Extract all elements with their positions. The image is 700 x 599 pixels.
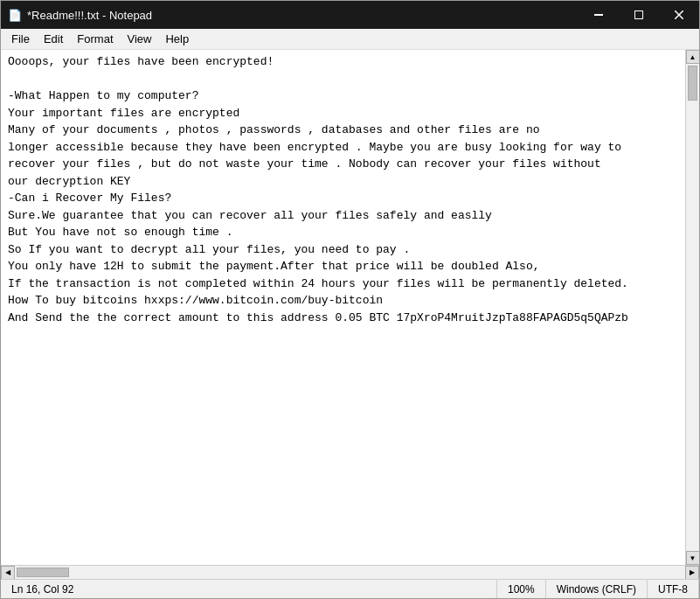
scroll-up-button[interactable]: ▲	[686, 50, 700, 64]
maximize-button[interactable]	[619, 1, 659, 29]
notepad-window: 📄 *Readme!!!.txt - Notepad	[0, 0, 700, 599]
minimize-icon	[594, 10, 603, 19]
scroll-right-button[interactable]: ▶	[685, 566, 699, 580]
menu-view[interactable]: View	[121, 31, 159, 48]
scroll-track-vertical[interactable]	[686, 64, 699, 551]
status-position: Ln 16, Col 92	[1, 580, 497, 598]
scroll-track-horizontal[interactable]	[15, 566, 685, 579]
window-title: *Readme!!!.txt - Notepad	[27, 9, 152, 22]
minimize-button[interactable]	[579, 1, 619, 29]
status-zoom: 100%	[497, 580, 546, 598]
vertical-scrollbar[interactable]: ▲ ▼	[685, 50, 699, 565]
status-line-ending: Windows (CRLF)	[546, 580, 648, 598]
scroll-down-button[interactable]: ▼	[686, 551, 700, 565]
title-bar: 📄 *Readme!!!.txt - Notepad	[1, 1, 699, 29]
scroll-thumb-vertical[interactable]	[688, 66, 697, 101]
maximize-icon	[634, 10, 643, 19]
scroll-left-button[interactable]: ◀	[1, 566, 15, 580]
horizontal-scrollbar[interactable]: ◀ ▶	[1, 565, 699, 579]
svg-rect-0	[594, 15, 603, 16]
menu-edit[interactable]: Edit	[37, 31, 70, 48]
title-bar-left: 📄 *Readme!!!.txt - Notepad	[8, 8, 152, 22]
menu-format[interactable]: Format	[70, 31, 120, 48]
content-area: Oooops, your files have been encrypted! …	[1, 50, 699, 565]
menu-help[interactable]: Help	[158, 31, 196, 48]
window-controls	[579, 1, 699, 29]
scroll-thumb-horizontal[interactable]	[17, 568, 69, 577]
status-encoding: UTF-8	[648, 580, 699, 598]
menu-bar: File Edit Format View Help	[1, 29, 699, 50]
close-button[interactable]	[659, 1, 699, 29]
app-icon: 📄	[8, 8, 22, 22]
svg-rect-1	[635, 11, 643, 19]
close-icon	[675, 10, 683, 19]
menu-file[interactable]: File	[4, 31, 37, 48]
text-editor[interactable]: Oooops, your files have been encrypted! …	[1, 50, 685, 565]
status-bar: Ln 16, Col 92 100% Windows (CRLF) UTF-8	[1, 579, 699, 598]
